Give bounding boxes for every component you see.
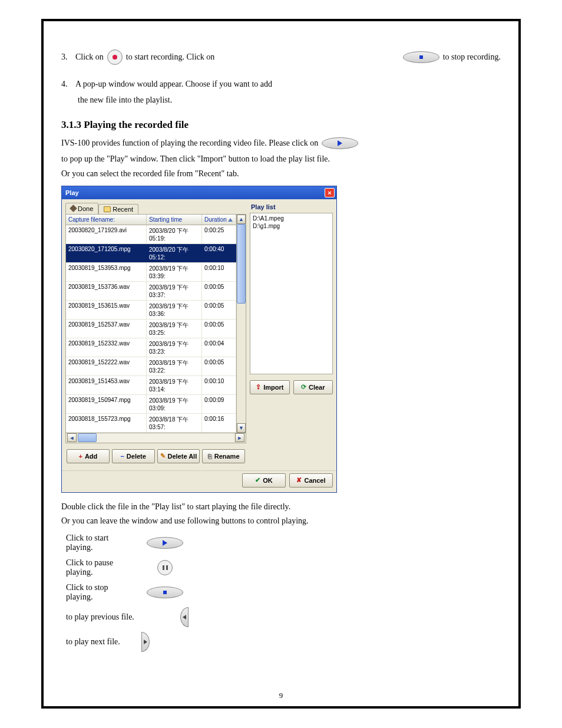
add-button[interactable]: +Add (67, 449, 110, 463)
list-item[interactable]: D:\A1.mpeg (253, 215, 330, 222)
diamond-icon (70, 205, 77, 213)
dialog-titlebar[interactable]: Play × (62, 186, 336, 199)
section-heading-play: 3.1.3 Playing the recorded file (61, 119, 501, 131)
play-intro-b: to pop up the "Play" window. Then click … (61, 153, 501, 165)
cell-time: 2003/8/20 下午 05:19: (147, 225, 202, 243)
tab-recent-label: Recent (113, 206, 133, 213)
check-icon: ✔ (255, 476, 260, 484)
delete-all-button[interactable]: ✎Delete All (157, 449, 200, 463)
table-row[interactable]: 20030819_153736.wav2003/8/19 下午 03:37:0:… (66, 282, 236, 301)
cell-time: 2003/8/19 下午 03:39: (147, 263, 202, 281)
file-grid: Capture filename: Starting time Duration… (65, 214, 246, 443)
cell-duration: 0:00:25 (202, 225, 236, 243)
table-row[interactable]: 20030819_150947.mpg2003/8/19 下午 03:09:0:… (66, 395, 236, 414)
cancel-button[interactable]: ✘Cancel (289, 473, 333, 487)
brush-icon: ✎ (160, 452, 166, 460)
cell-duration: 0:00:40 (202, 244, 236, 262)
after-dialog-a: Double click the file in the "Play list"… (61, 501, 501, 513)
scroll-left-icon[interactable]: ◄ (67, 433, 77, 442)
playlist-title: Play list (250, 203, 333, 213)
cell-filename: 20030819_151453.wav (66, 376, 147, 394)
pause-icon (157, 560, 173, 575)
text-click-on-a: Click on (75, 51, 104, 63)
cell-filename: 20030819_152537.wav (66, 319, 147, 338)
next-icon (141, 632, 150, 652)
cell-filename: 20030819_153953.mpg (66, 263, 147, 281)
text-to-start: to start recording. Click on (126, 51, 214, 63)
table-row[interactable]: 20030819_152222.wav2003/8/19 下午 03:22:0:… (66, 357, 236, 376)
cell-filename: 20030819_150947.mpg (66, 395, 147, 413)
play-icon (147, 537, 183, 549)
step-4-text-b: the new file into the playlist. (78, 94, 501, 106)
table-row[interactable]: 20030819_152537.wav2003/8/19 下午 03:25:0:… (66, 319, 236, 338)
cell-duration: 0:00:04 (202, 338, 236, 357)
instruction-step-4: 4. A pop-up window would appear. Choose … (61, 77, 501, 92)
tab-recent[interactable]: Recent (98, 204, 138, 214)
table-row[interactable]: 20030819_153615.wav2003/8/19 下午 03:36:0:… (66, 301, 236, 319)
table-row[interactable]: 20030819_151453.wav2003/8/19 下午 03:14:0:… (66, 376, 236, 395)
stop-button-icon (403, 51, 439, 63)
cell-duration: 0:00:10 (202, 263, 236, 281)
import-button[interactable]: ⇪Import (250, 380, 290, 394)
cell-time: 2003/8/19 下午 03:23: (147, 338, 202, 357)
table-row[interactable]: 20030819_152332.wav2003/8/19 下午 03:23:0:… (66, 338, 236, 357)
instruction-step-3: 3. Click on to start recording. Click on… (61, 50, 501, 65)
control-prev-text: to play previous file. (66, 612, 137, 622)
cell-time: 2003/8/19 下午 03:37: (147, 282, 202, 300)
playlist-box[interactable]: D:\A1.mpegD:\g1.mpg (250, 213, 333, 374)
step-num-3: 3. (61, 51, 72, 63)
hscroll-thumb[interactable] (78, 433, 97, 442)
folder-icon (104, 206, 111, 212)
ok-button[interactable]: ✔OK (242, 473, 286, 487)
stop-icon (147, 587, 183, 598)
col-starting-time[interactable]: Starting time (147, 215, 202, 225)
tab-done[interactable]: Done (65, 203, 98, 214)
control-pause-text: Click to pause playing. (66, 558, 137, 577)
step-4-text-a: A pop-up window would appear. Choose if … (75, 78, 272, 90)
rename-button[interactable]: ⎘Rename (202, 449, 245, 463)
control-play: Click to start playing. (66, 531, 501, 555)
control-next: to play next file. (66, 630, 501, 654)
text-to-stop: to stop recording. (443, 51, 501, 63)
scroll-down-icon[interactable]: ▼ (237, 423, 246, 433)
play-intro-a: IVS-100 provides function of playing the… (61, 137, 318, 149)
col-filename[interactable]: Capture filename: (66, 215, 147, 225)
cell-time: 2003/8/19 下午 03:09: (147, 395, 202, 413)
page-number: 9 (44, 691, 518, 700)
import-icon: ⇪ (256, 383, 261, 391)
after-dialog-b: Or you can leave the window and use foll… (61, 515, 501, 527)
horizontal-scrollbar[interactable]: ◄ ► (66, 433, 246, 443)
table-row[interactable]: 20030820_171929.avi2003/8/20 下午 05:19:0:… (66, 225, 236, 244)
dialog-confirm-buttons: ✔OK ✘Cancel (62, 470, 336, 492)
play-dialog: Play × Done Recent (61, 186, 337, 493)
list-item[interactable]: D:\g1.mpg (253, 222, 330, 230)
scroll-thumb[interactable] (237, 224, 246, 304)
cell-filename: 20030820_171929.avi (66, 225, 147, 243)
clear-button[interactable]: ⟳Clear (293, 380, 333, 394)
control-prev: to play previous file. (66, 605, 501, 630)
page-icon: ⎘ (208, 453, 212, 460)
control-pause: Click to pause playing. (66, 555, 501, 580)
dialog-left-pane: Done Recent Capture filename: (65, 203, 246, 468)
vertical-scrollbar[interactable]: ▲ ▼ (236, 215, 246, 433)
play-intro-c: Or you can select the recorded file from… (61, 168, 501, 180)
x-icon: ✘ (296, 476, 302, 484)
control-next-text: to play next file. (66, 637, 137, 647)
cell-duration: 0:00:05 (202, 282, 236, 300)
file-buttons: +Add −Delete ✎Delete All ⎘Rename (65, 443, 246, 468)
cell-time: 2003/8/19 下午 03:36: (147, 301, 202, 319)
scroll-up-icon[interactable]: ▲ (237, 215, 246, 224)
table-row[interactable]: 20030818_155723.mpg2003/8/18 下午 03:57:0:… (66, 414, 236, 433)
cell-duration: 0:00:05 (202, 301, 236, 319)
close-icon[interactable]: × (325, 188, 335, 197)
scroll-right-icon[interactable]: ► (235, 433, 244, 442)
page: 3. Click on to start recording. Click on… (41, 19, 521, 709)
play-control-list: Click to start playing. Click to pause p… (66, 531, 501, 654)
tab-bar: Done Recent (65, 203, 246, 214)
dialog-right-pane: Play list D:\A1.mpegD:\g1.mpg ⇪Import ⟳C… (250, 203, 333, 468)
cell-time: 2003/8/20 下午 05:12: (147, 244, 202, 262)
col-duration[interactable]: Duration (202, 215, 236, 225)
table-row[interactable]: 20030819_153953.mpg2003/8/19 下午 03:39:0:… (66, 263, 236, 282)
delete-button[interactable]: −Delete (112, 449, 155, 463)
table-row[interactable]: 20030820_171205.mpg2003/8/20 下午 05:12:0:… (66, 244, 236, 263)
